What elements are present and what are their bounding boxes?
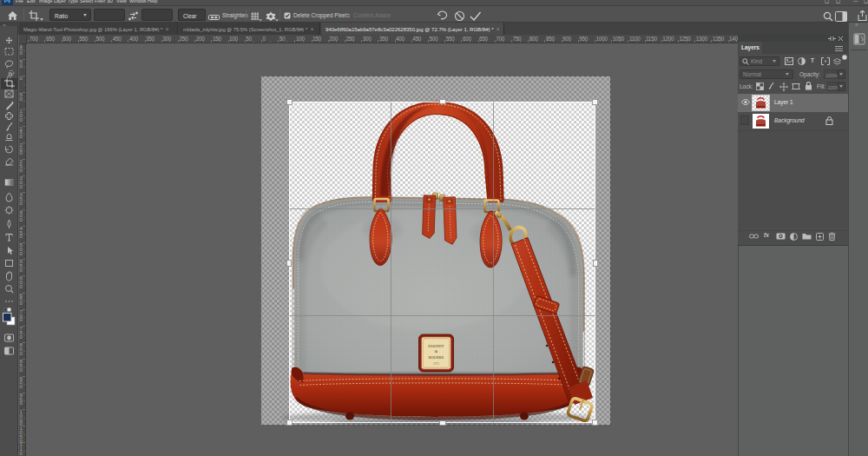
svg-text:BOURKE: BOURKE [428, 355, 444, 360]
svg-text:&: & [435, 349, 438, 354]
svg-text:DOONEY: DOONEY [428, 344, 444, 348]
svg-text:1975: 1975 [433, 362, 439, 366]
